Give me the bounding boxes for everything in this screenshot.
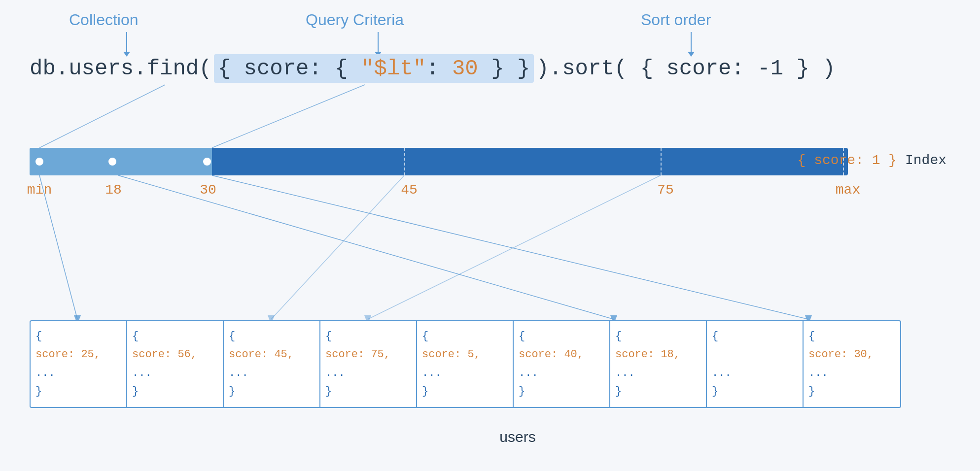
query-suffix: ).sort( { score: -1 } )	[536, 56, 835, 81]
doc-cell-7: { score: 18, ... }	[610, 321, 707, 407]
scale-18: 18	[105, 182, 122, 198]
index-section: { score: 1 } Index min 18 30 45 75 max	[30, 148, 897, 175]
scale-max: max	[836, 182, 860, 198]
doc-cell-4: { score: 75, ... }	[320, 321, 417, 407]
scale-45: 45	[401, 182, 418, 198]
doc-cell-5: { score: 5, ... }	[417, 321, 514, 407]
query-line: db.users.find( { score: { "$lt": 30 } } …	[30, 54, 836, 83]
collection-arrow	[123, 32, 130, 57]
collection-name-label: users	[444, 429, 592, 445]
svg-line-4	[118, 175, 614, 319]
doc-cell-3: { score: 45, ... }	[224, 321, 320, 407]
bar-dashed-45	[404, 148, 405, 175]
collection-label: Collection	[69, 11, 139, 29]
doc-cell-8: { ... }	[707, 321, 804, 407]
main-container: Collection Query Criteria Sort order db.…	[0, 0, 980, 471]
svg-line-6	[212, 175, 808, 319]
sort-order-label: Sort order	[641, 11, 711, 29]
query-criteria-arrow	[375, 32, 382, 57]
scale-30: 30	[200, 182, 216, 198]
bar-circle-18	[108, 158, 116, 166]
svg-line-0	[39, 85, 165, 148]
index-bar: { score: 1 } Index	[30, 148, 848, 175]
bar-circle-min	[35, 158, 43, 166]
bar-circle-30	[203, 158, 211, 166]
svg-line-1	[212, 85, 365, 148]
scale-75: 75	[657, 182, 674, 198]
doc-cell-2: { score: 56, ... }	[127, 321, 224, 407]
documents-row: { score: 25, ... } { score: 56, ... } { …	[30, 320, 901, 408]
index-bar-highlight	[30, 148, 212, 175]
doc-cell-9: { score: 30, ... }	[804, 321, 900, 407]
doc-cell-6: { score: 40, ... }	[514, 321, 610, 407]
query-criteria-label: Query Criteria	[306, 11, 404, 29]
svg-line-8	[271, 175, 404, 319]
bar-dashed-75	[661, 148, 662, 175]
query-number: 30	[452, 56, 478, 81]
scale-min: min	[27, 182, 52, 198]
index-label: { score: 1 } Index	[798, 153, 946, 168]
sort-order-arrow	[688, 32, 695, 57]
query-prefix: db.users.find(	[30, 56, 212, 81]
query-highlight: { score: { "$lt": 30 } }	[214, 54, 534, 83]
doc-cell-1: { score: 25, ... }	[31, 321, 127, 407]
